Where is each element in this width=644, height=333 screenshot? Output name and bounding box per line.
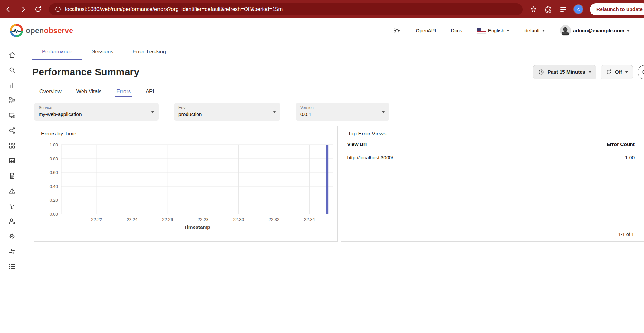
sidebar-item-dashboards[interactable]	[0, 138, 24, 153]
page-title: Performance Summary	[32, 67, 139, 78]
relaunch-button[interactable]: Relaunch to update	[590, 3, 644, 15]
svg-text:22:34: 22:34	[304, 217, 315, 222]
service-label: Service	[39, 106, 147, 110]
table-footer: 1-1 of 1	[341, 227, 644, 241]
browser-profile-badge[interactable]: c	[574, 5, 583, 14]
sidebar-item-functions[interactable]	[0, 199, 24, 214]
header-actions: OpenAPI Docs English default admin@examp…	[393, 25, 634, 36]
error-view-url: http://localhost:3000/	[347, 155, 625, 161]
chevron-down-icon	[273, 111, 276, 113]
sidebar-item-iam[interactable]	[0, 214, 24, 229]
table-row[interactable]: http://localhost:3000/ 1.00	[341, 151, 644, 164]
openapi-link[interactable]: OpenAPI	[416, 28, 436, 33]
run-query-button[interactable]	[638, 65, 644, 79]
refresh-now-icon	[641, 69, 644, 75]
pipeline-icon	[8, 97, 16, 104]
back-icon[interactable]	[5, 5, 12, 13]
extensions-icon[interactable]	[544, 5, 552, 13]
sidebar-item-alerts[interactable]	[0, 183, 24, 199]
subtab-web-vitals[interactable]: Web Vitals	[76, 85, 101, 98]
user-avatar	[560, 25, 571, 36]
chart-title: Errors by Time	[34, 126, 337, 137]
sidebar-item-menu[interactable]	[0, 259, 24, 274]
version-select[interactable]: Version 0.0.1	[296, 103, 389, 121]
language-label: English	[488, 28, 505, 33]
env-label: Env	[178, 106, 269, 110]
document-icon	[8, 172, 16, 180]
share-nodes-icon	[8, 127, 16, 134]
sidebar-item-settings[interactable]	[0, 229, 24, 244]
sidebar-item-pipelines[interactable]	[0, 93, 24, 108]
user-menu[interactable]: admin@example.com	[560, 25, 630, 36]
sidebar-item-traces[interactable]	[0, 123, 24, 138]
svg-text:0.80: 0.80	[50, 156, 58, 161]
svg-text:0.40: 0.40	[50, 184, 58, 189]
list-menu-icon	[8, 263, 16, 270]
forward-icon[interactable]	[19, 5, 27, 13]
tab-performance[interactable]: Performance	[32, 43, 82, 60]
address-bar[interactable]: localhost:5080/web/rum/performance/error…	[49, 3, 523, 15]
subtab-api[interactable]: API	[146, 85, 154, 98]
chevron-down-icon	[506, 30, 510, 32]
sidebar-item-search[interactable]	[0, 62, 24, 78]
time-range-button[interactable]: Past 15 Minutes	[533, 65, 596, 79]
home-icon	[8, 51, 16, 59]
url-text: localhost:5080/web/rum/performance/error…	[65, 6, 283, 12]
sidebar-item-reports[interactable]	[0, 168, 24, 183]
bookmark-star-icon[interactable]	[530, 5, 537, 13]
organization-label: default	[524, 28, 540, 33]
sun-icon	[393, 27, 401, 34]
sidebar-item-home[interactable]	[0, 47, 24, 62]
service-value: my-web-application	[39, 111, 147, 117]
version-label: Version	[300, 106, 378, 110]
refresh-icon	[606, 69, 612, 75]
svg-text:Timestamp: Timestamp	[184, 224, 210, 230]
filters-row: Service my-web-application Env productio…	[24, 103, 644, 121]
svg-text:22:28: 22:28	[197, 217, 208, 222]
chevron-down-icon	[382, 111, 385, 113]
subtab-errors[interactable]: Errors	[116, 85, 131, 98]
env-select[interactable]: Env production	[174, 103, 280, 121]
version-value: 0.0.1	[300, 111, 378, 117]
theme-toggle-button[interactable]	[393, 27, 401, 34]
logo-text-open: open	[26, 26, 44, 35]
svg-text:0.20: 0.20	[50, 198, 58, 203]
browser-chrome: localhost:5080/web/rum/performance/error…	[0, 0, 644, 18]
performance-subtabs: Overview Web Vitals Errors API	[24, 85, 644, 98]
us-flag-icon	[477, 28, 486, 33]
pagination: 1-1 of 1	[618, 232, 634, 237]
sidebar-item-rum[interactable]	[0, 108, 24, 123]
slack-icon	[8, 248, 16, 255]
service-select[interactable]: Service my-web-application	[34, 103, 159, 121]
svg-text:22:24: 22:24	[127, 217, 138, 222]
warning-triangle-icon	[8, 187, 16, 195]
bar-chart-icon	[8, 81, 16, 89]
language-selector[interactable]: English	[477, 28, 510, 33]
docs-link[interactable]: Docs	[451, 28, 462, 33]
user-settings-icon	[8, 217, 16, 225]
sidebar-item-metrics[interactable]	[0, 78, 24, 93]
organization-selector[interactable]: default	[524, 28, 545, 33]
column-header-view-url[interactable]: View Url	[347, 142, 607, 147]
sidebar-item-slack[interactable]	[0, 244, 24, 259]
svg-text:22:30: 22:30	[233, 217, 244, 222]
refresh-interval-button[interactable]: Off	[601, 65, 633, 79]
logo-icon	[10, 24, 23, 37]
tab-sessions[interactable]: Sessions	[82, 43, 123, 60]
chevron-down-icon	[542, 30, 545, 32]
sidebar-item-streams[interactable]	[0, 153, 24, 168]
env-value: production	[178, 111, 269, 117]
openobserve-logo[interactable]: openobserve	[10, 24, 73, 37]
refresh-interval-label: Off	[615, 69, 622, 75]
subtab-overview[interactable]: Overview	[39, 85, 62, 98]
errors-by-time-panel: Errors by Time 0.000.200.400.600.801.002…	[34, 126, 338, 242]
table-header-row: View Url Error Count	[341, 138, 644, 151]
table-icon	[8, 157, 16, 164]
tab-error-tracking[interactable]: Error Tracking	[123, 43, 176, 60]
reload-icon[interactable]	[34, 5, 42, 13]
top-error-views-panel: Top Error Views View Url Error Count htt…	[341, 126, 644, 242]
column-header-error-count[interactable]: Error Count	[607, 142, 635, 147]
tab-list-icon[interactable]	[559, 5, 567, 13]
chevron-down-icon	[588, 71, 591, 73]
svg-text:0.00: 0.00	[50, 212, 58, 217]
